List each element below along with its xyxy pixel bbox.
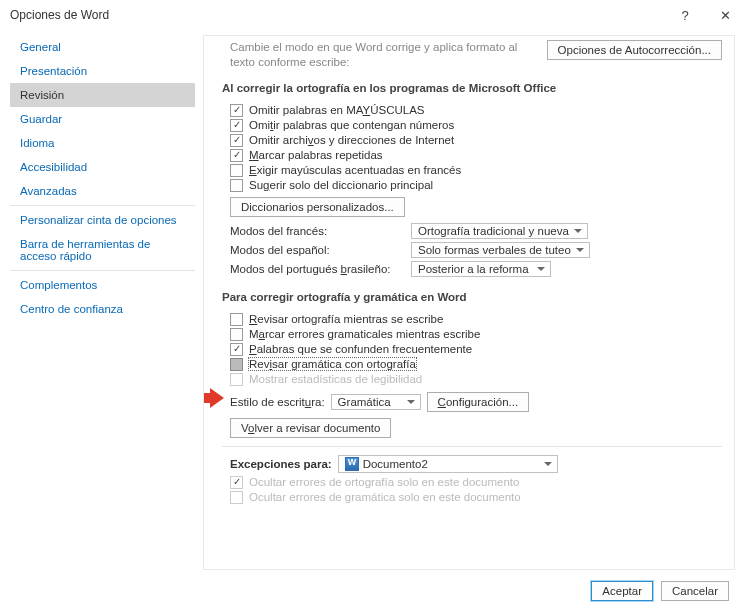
chk-label: Exigir mayúsculas acentuadas en francés: [249, 164, 461, 176]
sidebar: General Presentación Revisión Guardar Id…: [10, 35, 195, 570]
lead-text: Cambie el modo en que Word corrige y apl…: [222, 40, 537, 70]
checkbox-icon: [230, 149, 243, 162]
chk-label: Marcar errores gramaticales mientras esc…: [249, 328, 480, 340]
chk-label: Palabras que se confunden frecuentemente: [249, 343, 472, 355]
close-button[interactable]: ✕: [705, 0, 745, 30]
exceptions-document-select[interactable]: Documento2: [338, 455, 558, 473]
sidebar-item-idioma[interactable]: Idioma: [10, 131, 195, 155]
sidebar-item-barra-acceso-rapido[interactable]: Barra de herramientas de acceso rápido: [10, 232, 195, 268]
chk-omit-uppercase[interactable]: Omitir palabras en MAYÚSCULAS: [222, 104, 722, 117]
chk-label: Ocultar errores de ortografía solo en es…: [249, 476, 519, 488]
chk-main-dictionary[interactable]: Sugerir solo del diccionario principal: [222, 179, 722, 192]
chk-label: Marcar palabras repetidas: [249, 149, 383, 161]
checkbox-icon: [230, 134, 243, 147]
chk-omit-numbers[interactable]: Omitir palabras que contengan números: [222, 119, 722, 132]
checkbox-icon: [230, 491, 243, 504]
footer: Aceptar Cancelar: [0, 570, 745, 612]
checkbox-icon: [230, 476, 243, 489]
window-title: Opciones de Word: [10, 8, 665, 22]
sidebar-separator: [10, 270, 195, 271]
checkbox-icon: [230, 119, 243, 132]
sidebar-item-revision[interactable]: Revisión: [10, 83, 195, 107]
writing-style-label: Estilo de escritura:: [230, 396, 325, 408]
chk-hide-grammar-errors: Ocultar errores de gramática solo en est…: [222, 491, 722, 504]
help-button[interactable]: ?: [665, 0, 705, 30]
sidebar-item-guardar[interactable]: Guardar: [10, 107, 195, 131]
chk-grammar-as-type[interactable]: Marcar errores gramaticales mientras esc…: [222, 328, 722, 341]
spanish-mode-label: Modos del español:: [230, 244, 405, 256]
chk-omit-internet[interactable]: Omitir archivos y direcciones de Interne…: [222, 134, 722, 147]
french-mode-label: Modos del francés:: [230, 225, 405, 237]
spanish-mode-select[interactable]: Solo formas verbales de tuteo: [411, 242, 590, 258]
chk-label: Revisar gramática con ortografía: [249, 358, 416, 370]
content-panel: Cambie el modo en que Word corrige y apl…: [203, 35, 735, 570]
checkbox-icon: [230, 358, 243, 371]
chk-label: Omitir palabras en MAYÚSCULAS: [249, 104, 425, 116]
recheck-document-button[interactable]: Volver a revisar documento: [230, 418, 391, 438]
ok-button[interactable]: Aceptar: [591, 581, 653, 601]
french-mode-select[interactable]: Ortografía tradicional y nueva: [411, 223, 588, 239]
sidebar-item-centro-confianza[interactable]: Centro de confianza: [10, 297, 195, 321]
cancel-button[interactable]: Cancelar: [661, 581, 729, 601]
chk-label: Revisar ortografía mientras se escribe: [249, 313, 443, 325]
writing-style-config-button[interactable]: Configuración...: [427, 392, 530, 412]
sidebar-item-general[interactable]: General: [10, 35, 195, 59]
divider: [222, 446, 722, 447]
autocorrect-options-button[interactable]: Opciones de Autocorrección...: [547, 40, 722, 60]
checkbox-icon: [230, 164, 243, 177]
section-office-spelling: Al corregir la ortografía en los program…: [222, 82, 722, 94]
checkbox-icon: [230, 104, 243, 117]
chk-grammar-with-spelling[interactable]: Revisar gramática con ortografía: [222, 358, 722, 371]
chk-label: Sugerir solo del diccionario principal: [249, 179, 433, 191]
chk-spelling-as-type[interactable]: Revisar ortografía mientras se escribe: [222, 313, 722, 326]
sidebar-item-personalizar-cinta[interactable]: Personalizar cinta de opciones: [10, 208, 195, 232]
checkbox-icon: [230, 328, 243, 341]
chk-label: Ocultar errores de gramática solo en est…: [249, 491, 521, 503]
sidebar-item-accesibilidad[interactable]: Accesibilidad: [10, 155, 195, 179]
chk-hide-spelling-errors: Ocultar errores de ortografía solo en es…: [222, 476, 722, 489]
chk-confused-words[interactable]: Palabras que se confunden frecuentemente: [222, 343, 722, 356]
custom-dictionaries-button[interactable]: Diccionarios personalizados...: [230, 197, 405, 217]
portuguese-mode-label: Modos del portugués brasileño:: [230, 263, 405, 275]
exceptions-label: Excepciones para:: [230, 458, 332, 470]
chk-label: Omitir palabras que contengan números: [249, 119, 454, 131]
chk-french-accents[interactable]: Exigir mayúsculas acentuadas en francés: [222, 164, 722, 177]
checkbox-icon: [230, 343, 243, 356]
section-word-spelling: Para corregir ortografía y gramática en …: [222, 291, 722, 303]
sidebar-item-complementos[interactable]: Complementos: [10, 273, 195, 297]
checkbox-icon: [230, 373, 243, 386]
sidebar-item-avanzadas[interactable]: Avanzadas: [10, 179, 195, 203]
chk-readability-stats: Mostrar estadísticas de legibilidad: [222, 373, 722, 386]
checkbox-icon: [230, 179, 243, 192]
sidebar-item-presentacion[interactable]: Presentación: [10, 59, 195, 83]
pointer-arrow-icon: [203, 388, 226, 408]
chk-label: Omitir archivos y direcciones de Interne…: [249, 134, 454, 146]
titlebar: Opciones de Word ? ✕: [0, 0, 745, 30]
sidebar-separator: [10, 205, 195, 206]
word-doc-icon: [345, 457, 359, 471]
writing-style-select[interactable]: Gramática: [331, 394, 421, 410]
chk-mark-repeated[interactable]: Marcar palabras repetidas: [222, 149, 722, 162]
checkbox-icon: [230, 313, 243, 326]
portuguese-mode-select[interactable]: Posterior a la reforma: [411, 261, 551, 277]
chk-label: Mostrar estadísticas de legibilidad: [249, 373, 422, 385]
